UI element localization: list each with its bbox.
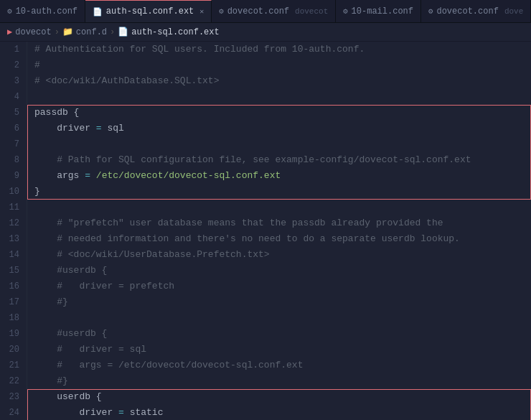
line-number-24: 24 [4,405,19,420]
tab-bar: ⚙ 10-auth.conf 📄 auth-sql.conf.ext ✕ ⚙ d… [0,0,531,23]
token-plain: driver [34,407,118,418]
code-line-22: #} [27,373,531,389]
line-number-6: 6 [4,121,19,136]
code-line-7 [27,136,531,152]
tab-extra-dovecotconf: dovecot [295,7,328,16]
token-comment: # "prefetch" user database means that th… [34,218,443,228]
tab-icon-10auth: ⚙ [7,6,12,16]
line-number-4: 4 [4,89,19,105]
editor: 1234567891011121314151617181920212223242… [0,42,531,420]
tab-icon-dovecotconf: ⚙ [219,6,224,16]
breadcrumb-part-2[interactable]: conf.d [76,27,107,37]
code-line-24: driver = static [27,405,531,420]
code-line-11 [27,200,531,215]
line-number-2: 2 [4,57,19,73]
code-line-17: #} [27,294,531,310]
token-comment: #userdb { [34,328,107,339]
tab-close-authsql[interactable]: ✕ [199,7,204,16]
token-path: /etc/dovecot/dovecot-sql.conf.ext [90,170,281,181]
code-line-4 [27,89,531,105]
tab-label-dovecotconf2: dovecot.conf [436,6,498,17]
breadcrumb-part-1[interactable]: dovecot [15,27,51,37]
token-comment: # <doc/wiki/AuthDatabase.SQL.txt> [34,75,219,86]
token-plain: args [34,170,85,181]
line-number-8: 8 [4,152,19,168]
token-plain: userdb [34,391,96,402]
token-comment: #userdb { [34,265,107,276]
line-number-17: 17 [4,294,19,310]
token-comment: # <doc/wiki/UserDatabase.Prefetch.txt> [34,249,270,260]
token-plain: driver [34,123,96,134]
token-op: = [85,170,90,181]
line-number-11: 11 [4,200,19,215]
token-comment: # Authentication for SQL users. Included… [34,44,365,55]
line-number-14: 14 [4,247,19,263]
line-number-1: 1 [4,42,19,57]
breadcrumb-sep-1: › [55,27,60,37]
tab-icon-authsql: 📄 [93,7,103,17]
token-comment: # needed information and there's no need… [34,233,460,244]
tab-label-authsql: auth-sql.conf.ext [106,6,194,17]
breadcrumb-part-3[interactable]: auth-sql.conf.ext [131,27,219,37]
code-lines: # Authentication for SQL users. Included… [27,42,531,420]
code-line-1: # Authentication for SQL users. Included… [27,42,531,57]
line-numbers: 1234567891011121314151617181920212223242… [0,42,27,420]
code-line-5: passdb { [27,105,531,121]
breadcrumb-sep-2: › [110,27,115,37]
token-punct: } [34,186,40,197]
breadcrumb-file-icon: 📄 [118,27,128,37]
breadcrumb-folder-icon: 📁 [62,27,73,37]
tab-extra-dovecotconf2: dove [504,7,523,16]
code-line-3: # <doc/wiki/AuthDatabase.SQL.txt> [27,73,531,89]
tab-label-10auth: 10-auth.conf [16,6,77,17]
line-number-5: 5 [4,105,19,121]
code-line-6: driver = sql [27,121,531,136]
code-line-10: } [27,184,531,200]
token-plain: static [124,407,164,418]
line-number-18: 18 [4,310,19,326]
code-line-21: # args = /etc/dovecot/dovecot-sql.conf.e… [27,358,531,373]
token-comment: #} [34,297,68,307]
token-comment: #} [34,375,68,386]
tab-label-10mail: 10-mail.conf [352,6,413,17]
code-line-23: userdb { [27,389,531,405]
tab-10auth[interactable]: ⚙ 10-auth.conf [0,0,85,22]
tab-authsql[interactable]: 📄 auth-sql.conf.ext ✕ [85,0,212,22]
line-number-15: 15 [4,263,19,279]
token-comment: # [34,60,40,70]
breadcrumb-icon: ▶ [7,27,12,37]
token-plain: passdb [34,107,74,118]
code-line-14: # <doc/wiki/UserDatabase.Prefetch.txt> [27,247,531,263]
code-line-9: args = /etc/dovecot/dovecot-sql.conf.ext [27,168,531,184]
code-line-8: # Path for SQL configuration file, see e… [27,152,531,168]
code-line-19: #userdb { [27,326,531,342]
code-line-16: # driver = prefetch [27,279,531,294]
code-area[interactable]: # Authentication for SQL users. Included… [27,42,531,420]
code-line-15: #userdb { [27,263,531,279]
tab-10mail[interactable]: ⚙ 10-mail.conf [336,0,421,22]
line-number-19: 19 [4,326,19,342]
line-number-16: 16 [4,279,19,294]
code-line-20: # driver = sql [27,342,531,358]
token-comment: # driver = prefetch [34,281,174,291]
line-number-20: 20 [4,342,19,358]
line-number-3: 3 [4,73,19,89]
breadcrumb: ▶ dovecot › 📁 conf.d › 📄 auth-sql.conf.e… [0,23,531,42]
tab-icon-dovecotconf2: ⚙ [428,6,433,16]
tab-dovecotconf[interactable]: ⚙ dovecot.conf dovecot [212,0,336,22]
token-punct: { [96,391,102,402]
token-punct: { [74,107,80,118]
code-line-13: # needed information and there's no need… [27,231,531,247]
tab-icon-10mail: ⚙ [343,6,348,16]
token-comment: # Path for SQL configuration file, see e… [34,154,471,165]
tab-label-dovecotconf: dovecot.conf [227,6,289,17]
line-number-13: 13 [4,231,19,247]
tab-dovecotconf2[interactable]: ⚙ dovecot.conf dove [421,0,531,22]
code-line-12: # "prefetch" user database means that th… [27,215,531,231]
line-number-9: 9 [4,168,19,184]
line-number-23: 23 [4,389,19,405]
line-number-22: 22 [4,373,19,389]
token-op: = [118,407,124,418]
code-line-18 [27,310,531,326]
line-number-21: 21 [4,358,19,373]
